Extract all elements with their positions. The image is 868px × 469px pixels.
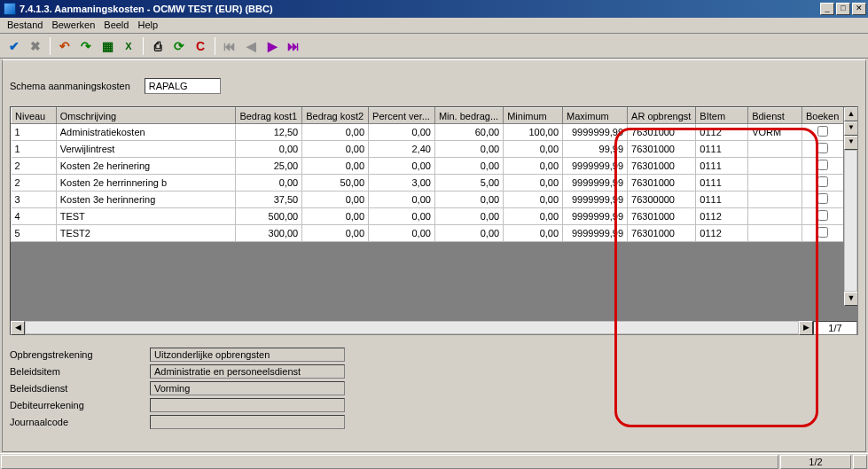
boeken-checkbox[interactable] [817, 210, 828, 221]
confirm-icon[interactable]: ✔ [5, 37, 23, 55]
cell-minimum[interactable]: 0,00 [504, 225, 563, 242]
col-bdienst[interactable]: Bdienst [748, 108, 802, 124]
col-bitem[interactable]: BItem [696, 108, 748, 124]
cell-niveau[interactable]: 1 [12, 124, 57, 141]
nav-last-icon[interactable]: ⏭ [285, 37, 302, 55]
table-row[interactable]: 3Kosten 3e herinnering37,500,000,000,000… [12, 192, 844, 208]
cell-minimum[interactable]: 0,00 [504, 192, 563, 208]
cell-maximum[interactable]: 9999999,99 [563, 192, 628, 208]
beleidsdienst-field[interactable]: Vorming [150, 381, 345, 395]
menu-bestand[interactable]: Bestand [7, 20, 43, 31]
cell-minbedrag[interactable]: 0,00 [434, 158, 503, 175]
cell-aropbrengst[interactable]: 76301000 [628, 175, 696, 192]
cell-bedrag1[interactable]: 25,00 [236, 158, 302, 175]
vscroll-track[interactable] [844, 150, 857, 292]
cell-bedrag1[interactable]: 37,50 [236, 192, 302, 208]
grid-vscrollbar[interactable]: ▲ ▼ ▼ ▼ [843, 107, 857, 306]
cell-bedrag2[interactable]: 0,00 [302, 192, 369, 208]
col-aropbrengst[interactable]: AR opbrengst [628, 108, 696, 124]
cell-boeken[interactable] [802, 158, 843, 175]
col-percent[interactable]: Percent ver... [369, 108, 435, 124]
cell-maximum[interactable]: 9999999,99 [563, 124, 628, 141]
cell-aropbrengst[interactable]: 76301000 [628, 225, 696, 242]
cell-omschrijving[interactable]: Kosten 2e herrinnering b [56, 175, 236, 192]
cell-bedrag2[interactable]: 0,00 [302, 158, 369, 175]
cell-omschrijving[interactable]: TEST2 [56, 225, 236, 242]
cell-aropbrengst[interactable]: 76300000 [628, 192, 696, 208]
cell-bedrag1[interactable]: 12,50 [236, 124, 302, 141]
menu-beeld[interactable]: Beeld [104, 20, 129, 31]
cell-boeken[interactable] [802, 208, 843, 225]
cell-minbedrag[interactable]: 5,00 [434, 175, 503, 192]
cell-bitem[interactable]: 0111 [696, 192, 748, 208]
cell-omschrijving[interactable]: Kosten 3e herinnering [56, 192, 236, 208]
col-minbedrag[interactable]: Min. bedrag... [434, 108, 503, 124]
export-excel-icon[interactable]: X [120, 37, 137, 55]
cell-bdienst[interactable]: VORM [748, 124, 802, 141]
menu-help[interactable]: Help [137, 20, 158, 31]
cell-niveau[interactable]: 5 [12, 225, 57, 242]
cell-bedrag2[interactable]: 0,00 [302, 124, 369, 141]
cell-bdienst[interactable] [748, 192, 802, 208]
boeken-checkbox[interactable] [817, 227, 828, 238]
boeken-checkbox[interactable] [817, 126, 828, 137]
schema-input[interactable] [145, 78, 221, 94]
cell-minbedrag[interactable]: 0,00 [434, 141, 503, 158]
debiteurrekening-field[interactable] [150, 398, 345, 412]
cell-niveau[interactable]: 2 [12, 175, 57, 192]
minimize-button[interactable]: _ [820, 3, 834, 15]
table-row[interactable]: 2Kosten 2e herinering25,000,000,000,000,… [12, 158, 844, 175]
cell-minimum[interactable]: 0,00 [504, 158, 563, 175]
hscroll-track[interactable] [25, 321, 799, 334]
cell-bitem[interactable]: 0112 [696, 225, 748, 242]
cell-minbedrag[interactable]: 0,00 [434, 208, 503, 225]
opbrengstrekening-field[interactable]: Uitzonderlijke opbrengsten [150, 348, 345, 362]
undo-icon[interactable]: ↶ [56, 37, 74, 55]
boeken-checkbox[interactable] [817, 160, 828, 170]
table-row[interactable]: 5TEST2300,000,000,000,000,009999999,9976… [12, 225, 844, 242]
nav-next-icon[interactable]: ▶ [263, 37, 281, 55]
scroll-down-icon[interactable]: ▼ [844, 121, 857, 136]
cell-bedrag1[interactable]: 500,00 [236, 208, 302, 225]
close-button[interactable]: ✕ [852, 3, 866, 15]
col-maximum[interactable]: Maximum [563, 108, 628, 124]
cell-minimum[interactable]: 0,00 [504, 208, 563, 225]
cell-bedrag1[interactable]: 0,00 [236, 175, 302, 192]
cell-maximum[interactable]: 9999999,99 [563, 158, 628, 175]
cell-percent[interactable]: 0,00 [369, 124, 435, 141]
cell-minbedrag[interactable]: 60,00 [434, 124, 503, 141]
table-row[interactable]: 1Administratiekosten12,500,000,0060,0010… [12, 124, 844, 141]
cell-bdienst[interactable] [748, 141, 802, 158]
cell-bitem[interactable]: 0111 [696, 158, 748, 175]
cell-percent[interactable]: 0,00 [369, 192, 435, 208]
nav-first-icon[interactable]: ⏮ [221, 37, 239, 55]
table-row[interactable]: 4TEST500,000,000,000,000,009999999,99763… [12, 208, 844, 225]
cell-bedrag1[interactable]: 300,00 [236, 225, 302, 242]
cell-bdienst[interactable] [748, 225, 802, 242]
boeken-checkbox[interactable] [817, 193, 828, 204]
maximize-button[interactable]: □ [836, 3, 850, 15]
cell-percent[interactable]: 0,00 [369, 208, 435, 225]
redo-icon[interactable]: ↷ [77, 37, 95, 55]
scroll-down-icon[interactable]: ▼ [844, 136, 857, 150]
cell-maximum[interactable]: 9999999,99 [563, 225, 628, 242]
cell-aropbrengst[interactable]: 76301000 [628, 208, 696, 225]
cell-niveau[interactable]: 1 [12, 141, 57, 158]
cell-omschrijving[interactable]: Administratiekosten [56, 124, 236, 141]
cell-bitem[interactable]: 0112 [696, 124, 748, 141]
cell-boeken[interactable] [802, 124, 843, 141]
nav-prev-icon[interactable]: ◀ [242, 37, 260, 55]
cell-bitem[interactable]: 0111 [696, 175, 748, 192]
cell-bdienst[interactable] [748, 208, 802, 225]
cell-aropbrengst[interactable]: 76301000 [628, 141, 696, 158]
cell-niveau[interactable]: 4 [12, 208, 57, 225]
cell-bitem[interactable]: 0112 [696, 208, 748, 225]
col-minimum[interactable]: Minimum [504, 108, 563, 124]
print-icon[interactable]: ⎙ [149, 37, 167, 55]
cell-bdienst[interactable] [748, 158, 802, 175]
col-bedrag2[interactable]: Bedrag kost2 [302, 108, 369, 124]
menu-bewerken[interactable]: Bewerken [51, 20, 95, 31]
grid-hscrollbar[interactable]: ◀ ▶ 1/7 [11, 320, 857, 334]
cell-percent[interactable]: 0,00 [369, 225, 435, 242]
cell-bedrag2[interactable]: 0,00 [302, 208, 369, 225]
